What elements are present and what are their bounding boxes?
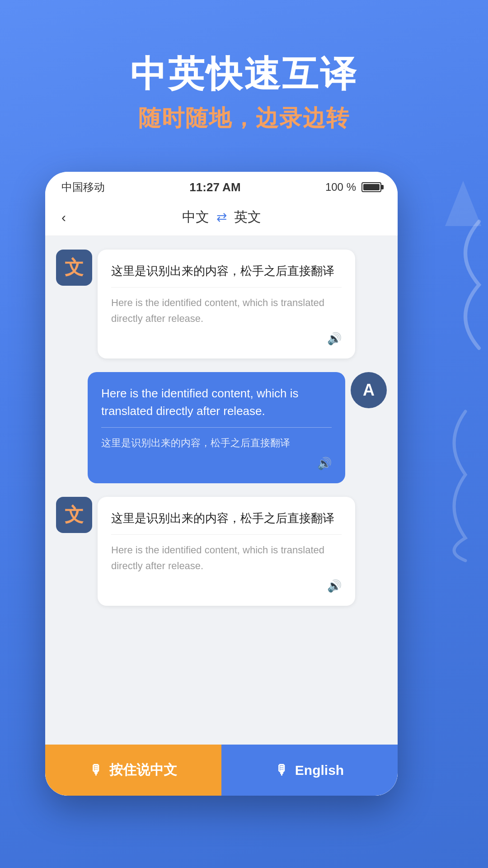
sound-icon-1[interactable]: 🔊 xyxy=(111,332,342,346)
msg3-secondary: Here is the identified content, which is… xyxy=(111,534,342,574)
avatar-wen-1: 文 xyxy=(56,250,92,286)
bubble-3: 这里是识别出来的内容，松手之后直接翻译 Here is the identifi… xyxy=(98,497,355,606)
svg-marker-0 xyxy=(445,181,481,226)
phone-mockup: 中国移动 11:27 AM 100 % ‹ 中文 ⇄ 英文 文 xyxy=(45,172,398,796)
lang-from: 中文 xyxy=(182,208,209,226)
msg2-secondary: 这里是识别出来的内容，松手之后直接翻译 xyxy=(101,427,332,451)
mic-icon-english: 🎙 xyxy=(275,763,289,778)
message-1: 文 这里是识别出来的内容，松手之后直接翻译 Here is the identi… xyxy=(56,250,387,359)
bubble-1: 这里是识别出来的内容，松手之后直接翻译 Here is the identifi… xyxy=(98,250,355,359)
avatar-a-1: A xyxy=(351,372,387,408)
english-button-label: English xyxy=(295,763,344,778)
nav-title: 中文 ⇄ 英文 xyxy=(182,208,261,226)
english-speak-button[interactable]: 🎙 English xyxy=(221,745,398,796)
msg1-primary: 这里是识别出来的内容，松手之后直接翻译 xyxy=(111,262,342,280)
header-section: 中英快速互译 随时随地，边录边转 xyxy=(0,0,488,160)
msg1-secondary: Here is the identified content, which is… xyxy=(111,287,342,326)
message-2: Here is the identified content, which is… xyxy=(56,372,387,483)
mic-icon-chinese: 🎙 xyxy=(89,763,103,778)
battery-text: 100 % xyxy=(325,181,356,193)
app-subtitle: 随时随地，边录边转 xyxy=(0,103,488,133)
chinese-speak-button[interactable]: 🎙 按住说中文 xyxy=(45,745,221,796)
battery-icon xyxy=(361,182,381,192)
back-button[interactable]: ‹ xyxy=(61,210,66,225)
msg2-primary: Here is the identified content, which is… xyxy=(101,385,332,420)
status-bar: 中国移动 11:27 AM 100 % xyxy=(45,172,398,199)
status-right: 100 % xyxy=(325,181,381,193)
app-title: 中英快速互译 xyxy=(0,54,488,94)
avatar-wen-2: 文 xyxy=(56,497,92,533)
carrier-text: 中国移动 xyxy=(61,180,105,194)
nav-bar: ‹ 中文 ⇄ 英文 xyxy=(45,199,398,236)
msg3-primary: 这里是识别出来的内容，松手之后直接翻译 xyxy=(111,509,342,527)
message-3: 文 这里是识别出来的内容，松手之后直接翻译 Here is the identi… xyxy=(56,497,387,606)
sound-icon-3[interactable]: 🔊 xyxy=(111,579,342,593)
chinese-button-label: 按住说中文 xyxy=(109,761,177,779)
lang-to: 英文 xyxy=(234,208,261,226)
bottom-bar: 🎙 按住说中文 🎙 English xyxy=(45,744,398,796)
chat-area: 文 这里是识别出来的内容，松手之后直接翻译 Here is the identi… xyxy=(45,236,398,796)
time-text: 11:27 AM xyxy=(189,180,240,194)
lang-swap-icon[interactable]: ⇄ xyxy=(216,210,227,225)
sound-icon-2[interactable]: 🔊 xyxy=(101,457,332,471)
bubble-2: Here is the identified content, which is… xyxy=(88,372,345,483)
